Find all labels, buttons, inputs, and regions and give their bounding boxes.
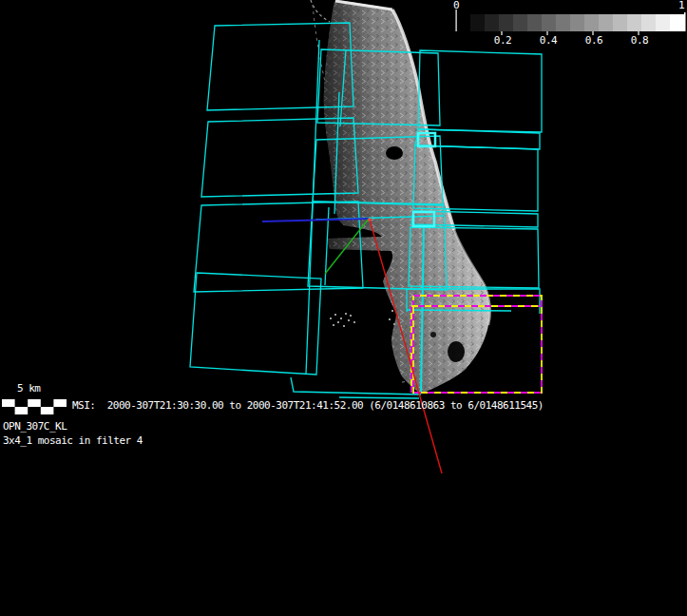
colorbar-step bbox=[670, 14, 685, 31]
colorbar-ticks bbox=[501, 31, 639, 35]
asteroid-shadow-patch bbox=[448, 341, 465, 362]
asteroid-crater bbox=[386, 146, 403, 160]
colorbar-step bbox=[470, 14, 486, 31]
sequence-name: OPN_307C_KL bbox=[3, 420, 67, 433]
colorbar-step bbox=[499, 14, 514, 31]
mosaic-description: 3x4_1 mosaic in filter 4 bbox=[3, 434, 143, 447]
colorbar-end-tickline bbox=[684, 12, 686, 31]
colorbar-step bbox=[570, 14, 585, 31]
colorbar-step bbox=[513, 14, 528, 31]
colorbar-step bbox=[584, 14, 600, 31]
colorbar bbox=[456, 10, 686, 35]
render-canvas bbox=[0, 0, 687, 616]
colorbar-steps bbox=[456, 14, 685, 31]
colorbar-step bbox=[599, 14, 614, 31]
scale-bar bbox=[2, 399, 67, 414]
asteroid-dark-spot bbox=[430, 332, 436, 337]
colorbar-step bbox=[656, 14, 671, 31]
colorbar-zero-tickline bbox=[456, 10, 457, 31]
colorbar-min-label: 0 bbox=[453, 0, 459, 11]
colorbar-step bbox=[456, 14, 471, 31]
colorbar-step bbox=[527, 14, 543, 31]
asteroid-hidden-limb-top bbox=[311, 0, 330, 22]
colorbar-step bbox=[485, 14, 500, 31]
colorbar-step bbox=[613, 14, 628, 31]
footprint-frame bbox=[190, 273, 321, 375]
asteroid-left-shading bbox=[324, 0, 490, 394]
colorbar-step bbox=[556, 14, 571, 31]
scale-bar-label: 5 km bbox=[17, 382, 41, 395]
asteroid-sparse-plates bbox=[330, 310, 402, 327]
colorbar-tick-label: 0.8 bbox=[631, 34, 648, 47]
footprint-frame bbox=[418, 50, 542, 132]
msi-mosaic-viewer: 0 1 0.2 0.4 0.6 0.8 5 km MSI: 2000-307T2… bbox=[0, 0, 687, 616]
footprint-edge bbox=[306, 40, 319, 375]
boresight-point bbox=[368, 218, 372, 221]
colorbar-tick-label: 0.2 bbox=[494, 34, 511, 47]
footprint-edge bbox=[339, 397, 419, 398]
colorbar-tick-label: 0.4 bbox=[540, 34, 557, 47]
msi-time-range: MSI: 2000-307T21:30:30.00 to 2000-307T21… bbox=[72, 399, 544, 412]
colorbar-step bbox=[641, 14, 657, 31]
colorbar-max-label: 1 bbox=[678, 0, 684, 11]
colorbar-tick-label: 0.6 bbox=[585, 34, 602, 47]
colorbar-step bbox=[627, 14, 642, 31]
footprint-frame bbox=[291, 377, 421, 395]
colorbar-step bbox=[542, 14, 557, 31]
asteroid-shape-model bbox=[311, 0, 490, 394]
